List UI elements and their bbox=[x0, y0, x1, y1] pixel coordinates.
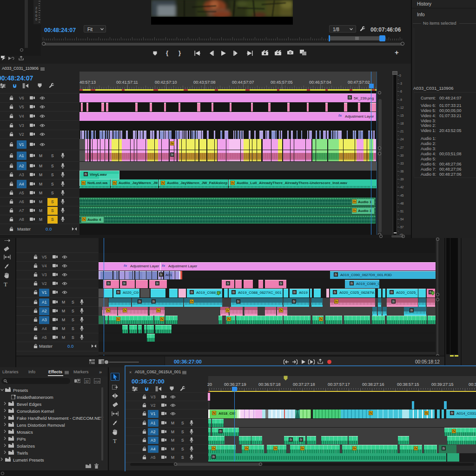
svg-text:32: 32 bbox=[85, 380, 89, 383]
svg-text:YUV: YUV bbox=[94, 380, 100, 383]
